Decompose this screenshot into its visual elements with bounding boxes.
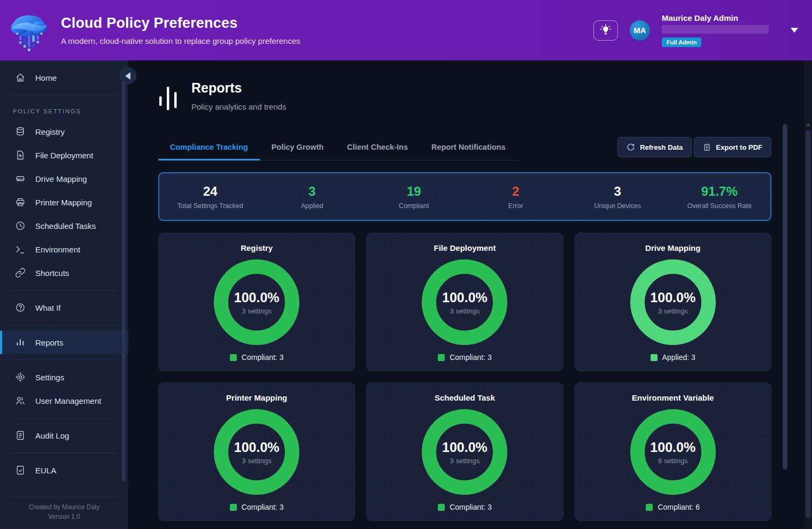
theme-toggle-button[interactable] xyxy=(593,20,618,41)
main-content: Reports Policy analytics and trends Comp… xyxy=(128,60,805,529)
card-registry: Registry 100.0% 3 settings Compliant: 3 xyxy=(158,233,355,371)
sidebar-item-label: Settings xyxy=(35,373,64,382)
stat-label: Applied xyxy=(261,202,364,210)
sidebar-item-label: Audit Log xyxy=(35,431,69,440)
legend-swatch xyxy=(230,504,237,511)
app-subtitle: A modern, cloud-native solution to repla… xyxy=(61,36,300,45)
stat-value: 2 xyxy=(465,184,567,199)
sidebar-scrollbar[interactable] xyxy=(122,81,126,481)
sidebar-item-reports[interactable]: Reports xyxy=(0,331,128,354)
footer-credit: Created by Maurice Daly xyxy=(0,502,128,512)
refresh-data-button[interactable]: Refresh Data xyxy=(617,137,692,157)
sidebar-item-home[interactable]: Home xyxy=(0,66,128,89)
stat-label: Error xyxy=(465,202,567,210)
sidebar-item-label: Printer Mapping xyxy=(35,198,92,207)
database-icon xyxy=(15,126,26,137)
legend-swatch xyxy=(651,354,658,361)
divider xyxy=(11,497,118,497)
donut-settings-count: 3 settings xyxy=(450,457,480,465)
legend-label: Compliant: 6 xyxy=(658,503,700,511)
donut-chart: 100.0% 6 settings xyxy=(630,409,716,495)
avatar-initials: MA xyxy=(633,26,646,35)
app-window: Cloud Policy Preferences A modern, cloud… xyxy=(0,0,812,529)
drive-icon xyxy=(15,173,26,184)
donut-percent: 100.0% xyxy=(650,440,695,455)
tab-compliance-tracking[interactable]: Compliance Tracking xyxy=(158,137,260,160)
stat-applied: 3 Applied xyxy=(261,184,364,210)
printer-icon xyxy=(15,197,26,208)
stats-summary-bar: 24 Total Settings Tracked 3 Applied 19 C… xyxy=(158,172,771,221)
stat-value: 3 xyxy=(261,184,364,199)
legend-swatch xyxy=(646,504,653,511)
tab-client-check-ins[interactable]: Client Check-Ins xyxy=(335,137,420,160)
legend-swatch xyxy=(438,504,445,511)
footer-version: Version 1.0 xyxy=(0,512,128,522)
card-title: Registry xyxy=(241,243,273,252)
stat-label: Overall Success Rate xyxy=(669,202,771,210)
sidebar-item-printer-mapping[interactable]: Printer Mapping xyxy=(0,190,128,214)
lightbulb-icon xyxy=(599,24,612,37)
card-legend: Applied: 3 xyxy=(651,353,695,362)
refresh-button-label: Refresh Data xyxy=(640,143,683,151)
window-scrollbar-track[interactable] xyxy=(805,60,812,529)
tab-report-notifications[interactable]: Report Notifications xyxy=(420,137,517,160)
cloud-logo xyxy=(4,7,53,53)
home-icon xyxy=(15,72,26,83)
tab-policy-growth[interactable]: Policy Growth xyxy=(260,137,336,160)
content-scrollbar[interactable] xyxy=(783,124,787,470)
card-legend: Compliant: 3 xyxy=(438,503,492,511)
sidebar-item-eula[interactable]: EULA xyxy=(0,458,128,482)
card-printer-mapping: Printer Mapping 100.0% 3 settings Compli… xyxy=(158,382,355,521)
window-scrollbar-thumb[interactable] xyxy=(806,130,811,518)
sidebar-item-label: EULA xyxy=(35,466,56,475)
sidebar-item-environment[interactable]: Environment xyxy=(0,237,128,261)
sidebar-item-user-management[interactable]: User Management xyxy=(0,389,128,412)
card-title: Environment Variable xyxy=(632,393,714,402)
sidebar-item-drive-mapping[interactable]: Drive Mapping xyxy=(0,167,128,190)
donut-percent: 100.0% xyxy=(234,290,280,305)
sidebar-item-scheduled-tasks[interactable]: Scheduled Tasks xyxy=(0,214,128,237)
card-legend: Compliant: 6 xyxy=(646,503,700,511)
sidebar-item-label: User Management xyxy=(35,396,101,405)
donut-settings-count: 3 settings xyxy=(658,307,688,315)
toolbar: Compliance Tracking Policy Growth Client… xyxy=(158,137,771,160)
avatar[interactable]: MA xyxy=(630,20,650,41)
link-icon xyxy=(15,267,26,278)
donut-chart: 100.0% 3 settings xyxy=(422,409,507,495)
app-title: Cloud Policy Preferences xyxy=(61,15,300,32)
stat-value: 3 xyxy=(567,184,669,199)
sidebar-item-what-if[interactable]: What If xyxy=(0,296,128,319)
sidebar-item-audit-log[interactable]: Audit Log xyxy=(0,424,128,447)
collapse-arrow-icon xyxy=(125,72,130,80)
divider xyxy=(11,453,118,453)
sidebar-item-label: Shortcuts xyxy=(35,269,69,278)
user-menu-caret-icon[interactable] xyxy=(791,28,798,33)
donut-percent: 100.0% xyxy=(442,290,488,305)
card-legend: Compliant: 3 xyxy=(230,503,284,511)
divider xyxy=(11,95,118,95)
sidebar-item-label: Environment xyxy=(35,245,80,254)
card-legend: Compliant: 3 xyxy=(438,353,492,362)
gear-icon xyxy=(15,372,26,382)
sidebar-collapse-button[interactable] xyxy=(120,67,136,84)
sidebar-item-label: File Deployment xyxy=(35,151,93,160)
section-label-policy-settings: POLICY SETTINGS xyxy=(0,101,128,120)
clock-icon xyxy=(15,220,26,231)
user-subtitle-bar xyxy=(662,25,769,34)
sidebar-item-file-deployment[interactable]: File Deployment xyxy=(0,143,128,167)
legend-label: Compliant: 3 xyxy=(450,353,492,362)
export-document-icon xyxy=(703,143,711,151)
sidebar-item-settings[interactable]: Settings xyxy=(0,365,128,389)
question-circle-icon xyxy=(15,302,26,313)
sidebar-item-label: Reports xyxy=(35,338,64,347)
card-title: Printer Mapping xyxy=(226,393,287,402)
card-scheduled-task: Scheduled Task 100.0% 3 settings Complia… xyxy=(366,382,563,521)
bar-chart-icon xyxy=(15,337,26,348)
user-name: Maurice Daly Admin xyxy=(662,13,777,22)
scrollbar-up-arrow-icon[interactable] xyxy=(806,123,810,126)
sidebar-item-shortcuts[interactable]: Shortcuts xyxy=(0,261,128,285)
sidebar-item-registry[interactable]: Registry xyxy=(0,120,128,143)
divider xyxy=(11,418,118,418)
donut-settings-count: 6 settings xyxy=(658,457,688,465)
export-pdf-button[interactable]: Export to PDF xyxy=(694,137,771,157)
